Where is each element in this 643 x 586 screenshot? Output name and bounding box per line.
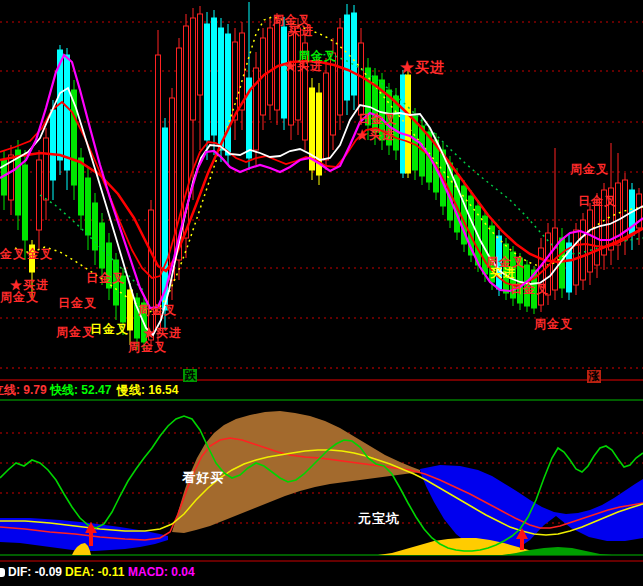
readout-value: 52.47 (81, 383, 111, 397)
readout-value: 16.54 (148, 383, 178, 397)
readout-value: 9.79 (23, 383, 46, 397)
marker-glyph (0, 568, 5, 577)
readout-label: DIF: (8, 565, 31, 579)
stock-chart-app: 金叉金叉日金叉★买进周金叉日金叉周金叉周金叉日金叉★买进周金叉周金叉买进周金叉★… (0, 0, 643, 586)
macd-readout-bar: DIF: -0.09 DEA: -0.11 MACD: 0.04 (0, 563, 643, 581)
readout-label: DEA: (65, 565, 94, 579)
readout-value: 0.04 (171, 565, 194, 579)
indicator-readout-bar: 立线: 9.79 快线: 52.47 慢线: 16.54 (0, 380, 643, 398)
macd-readout: MACD: 0.04 (128, 565, 195, 579)
dif-readout: DIF: -0.09 (8, 565, 62, 579)
readout-label: 快线: (50, 383, 78, 397)
readout-label: 慢线: (117, 383, 145, 397)
readout-label: 立线: (0, 383, 20, 397)
readout-value: -0.11 (98, 565, 125, 579)
slow-line-readout: 慢线: 16.54 (117, 382, 178, 399)
fast-line-readout: 快线: 52.47 (50, 382, 111, 399)
readout-label: MACD: (128, 565, 168, 579)
chart-canvas[interactable] (0, 0, 643, 586)
dea-readout: DEA: -0.11 (65, 565, 124, 579)
readout-value: -0.09 (35, 565, 62, 579)
position-line-readout: 立线: 9.79 (0, 382, 47, 399)
